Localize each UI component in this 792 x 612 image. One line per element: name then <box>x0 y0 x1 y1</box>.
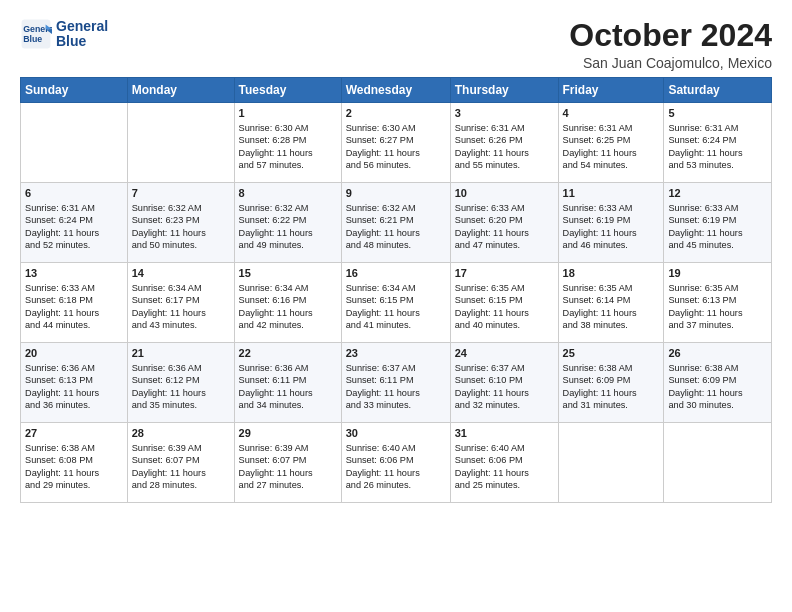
day-info: Sunrise: 6:30 AM Sunset: 6:27 PM Dayligh… <box>346 122 446 172</box>
day-number: 3 <box>455 106 554 121</box>
day-number: 5 <box>668 106 767 121</box>
day-info: Sunrise: 6:34 AM Sunset: 6:15 PM Dayligh… <box>346 282 446 332</box>
calendar-cell: 20Sunrise: 6:36 AM Sunset: 6:13 PM Dayli… <box>21 343 128 423</box>
day-info: Sunrise: 6:31 AM Sunset: 6:26 PM Dayligh… <box>455 122 554 172</box>
day-info: Sunrise: 6:39 AM Sunset: 6:07 PM Dayligh… <box>239 442 337 492</box>
day-info: Sunrise: 6:39 AM Sunset: 6:07 PM Dayligh… <box>132 442 230 492</box>
calendar-cell: 1Sunrise: 6:30 AM Sunset: 6:28 PM Daylig… <box>234 103 341 183</box>
day-number: 12 <box>668 186 767 201</box>
page: General Blue General Blue October 2024 S… <box>0 0 792 612</box>
title-block: October 2024 San Juan Coajomulco, Mexico <box>569 18 772 71</box>
calendar-cell: 6Sunrise: 6:31 AM Sunset: 6:24 PM Daylig… <box>21 183 128 263</box>
day-number: 15 <box>239 266 337 281</box>
calendar-cell: 3Sunrise: 6:31 AM Sunset: 6:26 PM Daylig… <box>450 103 558 183</box>
day-info: Sunrise: 6:32 AM Sunset: 6:21 PM Dayligh… <box>346 202 446 252</box>
calendar-cell: 27Sunrise: 6:38 AM Sunset: 6:08 PM Dayli… <box>21 423 128 503</box>
calendar-cell: 31Sunrise: 6:40 AM Sunset: 6:06 PM Dayli… <box>450 423 558 503</box>
day-number: 16 <box>346 266 446 281</box>
calendar-cell: 25Sunrise: 6:38 AM Sunset: 6:09 PM Dayli… <box>558 343 664 423</box>
day-info: Sunrise: 6:37 AM Sunset: 6:10 PM Dayligh… <box>455 362 554 412</box>
calendar-cell: 28Sunrise: 6:39 AM Sunset: 6:07 PM Dayli… <box>127 423 234 503</box>
day-info: Sunrise: 6:37 AM Sunset: 6:11 PM Dayligh… <box>346 362 446 412</box>
calendar-cell <box>127 103 234 183</box>
calendar-cell: 5Sunrise: 6:31 AM Sunset: 6:24 PM Daylig… <box>664 103 772 183</box>
day-number: 30 <box>346 426 446 441</box>
day-number: 7 <box>132 186 230 201</box>
calendar-header-row: SundayMondayTuesdayWednesdayThursdayFrid… <box>21 78 772 103</box>
day-info: Sunrise: 6:33 AM Sunset: 6:19 PM Dayligh… <box>563 202 660 252</box>
calendar-cell <box>21 103 128 183</box>
svg-text:Blue: Blue <box>23 34 42 44</box>
calendar-cell: 9Sunrise: 6:32 AM Sunset: 6:21 PM Daylig… <box>341 183 450 263</box>
day-info: Sunrise: 6:34 AM Sunset: 6:17 PM Dayligh… <box>132 282 230 332</box>
day-number: 6 <box>25 186 123 201</box>
day-number: 31 <box>455 426 554 441</box>
day-info: Sunrise: 6:36 AM Sunset: 6:13 PM Dayligh… <box>25 362 123 412</box>
day-info: Sunrise: 6:33 AM Sunset: 6:18 PM Dayligh… <box>25 282 123 332</box>
calendar-cell: 17Sunrise: 6:35 AM Sunset: 6:15 PM Dayli… <box>450 263 558 343</box>
day-info: Sunrise: 6:38 AM Sunset: 6:09 PM Dayligh… <box>668 362 767 412</box>
day-info: Sunrise: 6:40 AM Sunset: 6:06 PM Dayligh… <box>455 442 554 492</box>
day-info: Sunrise: 6:38 AM Sunset: 6:09 PM Dayligh… <box>563 362 660 412</box>
calendar-cell: 21Sunrise: 6:36 AM Sunset: 6:12 PM Dayli… <box>127 343 234 423</box>
calendar-table: SundayMondayTuesdayWednesdayThursdayFrid… <box>20 77 772 503</box>
calendar-cell: 14Sunrise: 6:34 AM Sunset: 6:17 PM Dayli… <box>127 263 234 343</box>
header-day-friday: Friday <box>558 78 664 103</box>
logo-line2: Blue <box>56 34 108 49</box>
calendar-cell: 10Sunrise: 6:33 AM Sunset: 6:20 PM Dayli… <box>450 183 558 263</box>
day-number: 13 <box>25 266 123 281</box>
day-number: 24 <box>455 346 554 361</box>
calendar-cell: 16Sunrise: 6:34 AM Sunset: 6:15 PM Dayli… <box>341 263 450 343</box>
day-number: 20 <box>25 346 123 361</box>
day-number: 1 <box>239 106 337 121</box>
week-row-5: 27Sunrise: 6:38 AM Sunset: 6:08 PM Dayli… <box>21 423 772 503</box>
day-info: Sunrise: 6:32 AM Sunset: 6:23 PM Dayligh… <box>132 202 230 252</box>
day-number: 23 <box>346 346 446 361</box>
day-number: 17 <box>455 266 554 281</box>
calendar-cell <box>664 423 772 503</box>
calendar-cell: 2Sunrise: 6:30 AM Sunset: 6:27 PM Daylig… <box>341 103 450 183</box>
header-day-tuesday: Tuesday <box>234 78 341 103</box>
day-number: 14 <box>132 266 230 281</box>
header: General Blue General Blue October 2024 S… <box>20 18 772 71</box>
calendar-cell: 19Sunrise: 6:35 AM Sunset: 6:13 PM Dayli… <box>664 263 772 343</box>
day-number: 22 <box>239 346 337 361</box>
day-number: 19 <box>668 266 767 281</box>
header-day-sunday: Sunday <box>21 78 128 103</box>
day-number: 10 <box>455 186 554 201</box>
day-info: Sunrise: 6:40 AM Sunset: 6:06 PM Dayligh… <box>346 442 446 492</box>
calendar-cell: 18Sunrise: 6:35 AM Sunset: 6:14 PM Dayli… <box>558 263 664 343</box>
calendar-cell: 11Sunrise: 6:33 AM Sunset: 6:19 PM Dayli… <box>558 183 664 263</box>
calendar-cell: 23Sunrise: 6:37 AM Sunset: 6:11 PM Dayli… <box>341 343 450 423</box>
calendar-cell <box>558 423 664 503</box>
day-info: Sunrise: 6:33 AM Sunset: 6:19 PM Dayligh… <box>668 202 767 252</box>
day-number: 28 <box>132 426 230 441</box>
calendar-cell: 12Sunrise: 6:33 AM Sunset: 6:19 PM Dayli… <box>664 183 772 263</box>
calendar-cell: 4Sunrise: 6:31 AM Sunset: 6:25 PM Daylig… <box>558 103 664 183</box>
header-day-saturday: Saturday <box>664 78 772 103</box>
day-number: 21 <box>132 346 230 361</box>
calendar-cell: 22Sunrise: 6:36 AM Sunset: 6:11 PM Dayli… <box>234 343 341 423</box>
logo-line1: General <box>56 19 108 34</box>
week-row-4: 20Sunrise: 6:36 AM Sunset: 6:13 PM Dayli… <box>21 343 772 423</box>
day-number: 8 <box>239 186 337 201</box>
day-info: Sunrise: 6:36 AM Sunset: 6:12 PM Dayligh… <box>132 362 230 412</box>
day-number: 2 <box>346 106 446 121</box>
day-number: 18 <box>563 266 660 281</box>
day-info: Sunrise: 6:34 AM Sunset: 6:16 PM Dayligh… <box>239 282 337 332</box>
day-info: Sunrise: 6:38 AM Sunset: 6:08 PM Dayligh… <box>25 442 123 492</box>
day-info: Sunrise: 6:35 AM Sunset: 6:14 PM Dayligh… <box>563 282 660 332</box>
day-info: Sunrise: 6:35 AM Sunset: 6:13 PM Dayligh… <box>668 282 767 332</box>
calendar-cell: 7Sunrise: 6:32 AM Sunset: 6:23 PM Daylig… <box>127 183 234 263</box>
day-number: 4 <box>563 106 660 121</box>
day-number: 9 <box>346 186 446 201</box>
week-row-3: 13Sunrise: 6:33 AM Sunset: 6:18 PM Dayli… <box>21 263 772 343</box>
day-info: Sunrise: 6:30 AM Sunset: 6:28 PM Dayligh… <box>239 122 337 172</box>
day-info: Sunrise: 6:31 AM Sunset: 6:24 PM Dayligh… <box>25 202 123 252</box>
logo-icon: General Blue <box>20 18 52 50</box>
day-number: 27 <box>25 426 123 441</box>
header-day-thursday: Thursday <box>450 78 558 103</box>
calendar-cell: 24Sunrise: 6:37 AM Sunset: 6:10 PM Dayli… <box>450 343 558 423</box>
header-day-wednesday: Wednesday <box>341 78 450 103</box>
logo: General Blue General Blue <box>20 18 108 50</box>
